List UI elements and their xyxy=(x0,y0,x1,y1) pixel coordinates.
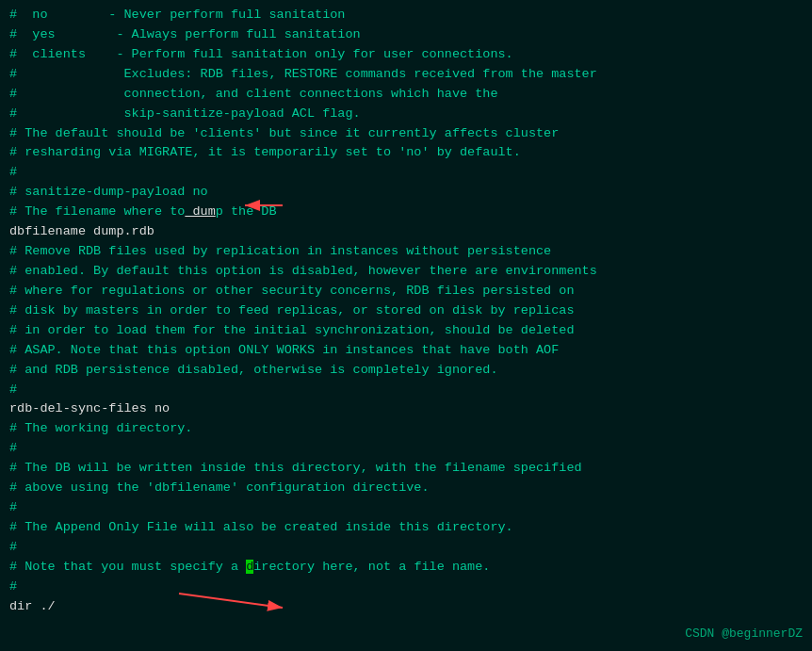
watermark: CSDN @beginnerDZ xyxy=(685,625,803,643)
code-line: # The filename where to dump the DB xyxy=(9,203,803,222)
code-content: # no - Never perform full sanitation# ye… xyxy=(9,6,803,617)
code-line: # skip-sanitize-payload ACL flag. xyxy=(9,105,803,124)
code-line: # in order to load them for the initial … xyxy=(9,321,803,341)
code-line: rdb-del-sync-files no xyxy=(9,399,803,419)
code-line: dir ./ xyxy=(9,597,803,617)
code-line: # and RDB persistence disabled, otherwis… xyxy=(9,361,803,381)
code-line: # Excludes: RDB files, RESTORE commands … xyxy=(9,65,803,85)
code-line: # xyxy=(9,439,803,459)
code-line: # xyxy=(9,381,803,400)
code-line: # clients - Perform full sanitation only… xyxy=(9,45,803,65)
code-line: # ASAP. Note that this option ONLY WORKS… xyxy=(9,341,803,361)
code-line: dbfilename dump.rdb xyxy=(9,222,803,242)
code-line: # The DB will be written inside this dir… xyxy=(9,459,803,479)
code-line: # xyxy=(9,498,803,518)
code-line: # The Append Only File will also be crea… xyxy=(9,518,803,538)
code-line: # The working directory. xyxy=(9,419,803,439)
code-line: # xyxy=(9,578,803,597)
code-line: # yes - Always perform full sanitation xyxy=(9,25,803,45)
code-line: # no - Never perform full sanitation xyxy=(9,6,803,25)
code-line: # enabled. By default this option is dis… xyxy=(9,262,803,282)
code-line: # Remove RDB files used by replication i… xyxy=(9,242,803,262)
code-line: # connection, and client connections whi… xyxy=(9,85,803,105)
code-line: # xyxy=(9,163,803,183)
code-line: # where for regulations or other securit… xyxy=(9,282,803,301)
code-line: # sanitize-dump-payload no xyxy=(9,183,803,203)
terminal-window: # no - Never perform full sanitation# ye… xyxy=(0,0,812,651)
code-line: # xyxy=(9,538,803,558)
code-line: # resharding via MIGRATE, it is temporar… xyxy=(9,143,803,163)
code-line: # above using the 'dbfilename' configura… xyxy=(9,479,803,498)
code-line: # disk by masters in order to feed repli… xyxy=(9,301,803,321)
code-line: # Note that you must specify a directory… xyxy=(9,558,803,578)
code-line: # The default should be 'clients' but si… xyxy=(9,124,803,144)
